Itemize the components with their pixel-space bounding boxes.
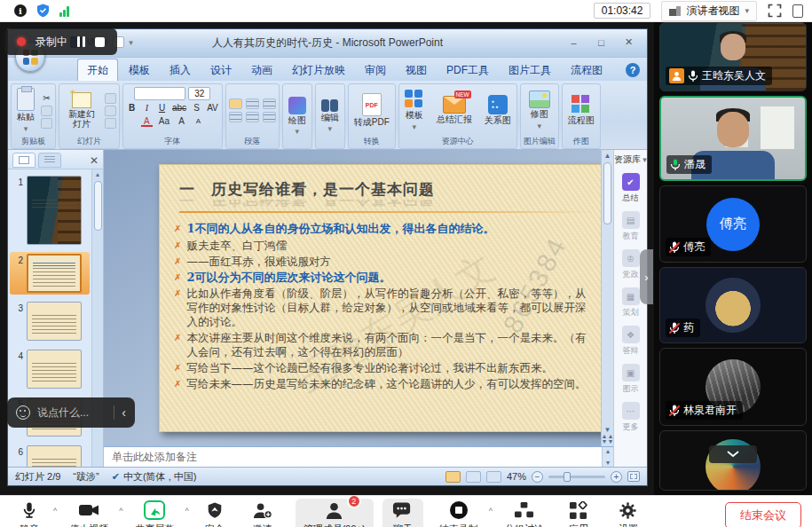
flowchart-button[interactable]: 流程图 <box>565 94 597 127</box>
next-slide-button[interactable]: ▼▼ <box>602 439 614 444</box>
bold-button[interactable]: B <box>126 102 138 114</box>
security-button[interactable]: 安全 <box>194 500 235 527</box>
resource-item-education[interactable]: ▤ 教育 <box>622 211 640 242</box>
settings-button[interactable]: 设置 <box>608 500 649 527</box>
font-size-select[interactable]: 32 <box>188 87 210 100</box>
reset-icon[interactable] <box>105 106 116 116</box>
tab-insert[interactable]: 插入 <box>161 59 200 81</box>
quick-chat-bar[interactable]: 说点什么... ‹ <box>7 397 135 428</box>
sidebar-toggle-icon[interactable] <box>792 4 803 18</box>
tab-design[interactable]: 设计 <box>201 59 240 81</box>
resource-item-defense[interactable]: ❖ 答辩 <box>622 326 640 357</box>
slide-scrollbar[interactable]: ▲ ▼ ▲▲ ▼▼ <box>601 150 613 446</box>
share-options-icon[interactable]: ^ <box>185 507 188 515</box>
mic-options-icon[interactable]: ^ <box>53 507 57 515</box>
breakout-rooms-button[interactable]: 分组讨论 <box>498 500 551 527</box>
relation-diagram-button[interactable]: 关系图 <box>482 94 514 127</box>
format-painter-icon[interactable] <box>41 118 52 129</box>
bullets-icon[interactable] <box>229 98 242 109</box>
slides-tab[interactable] <box>12 153 35 168</box>
notes-area[interactable]: 单击此处添加备注 ▲▼ <box>104 446 613 467</box>
slide-canvas[interactable]: 一 历史写给谁看，是一个基本问题 一 历史写给谁看，是一个基本问题 ✗ 1不同的… <box>104 150 601 446</box>
scroll-up-icon[interactable]: ▲ <box>604 152 611 160</box>
video-tile-2-active-speaker[interactable]: 潘晟 <box>659 96 807 181</box>
zoom-in-button[interactable]: + <box>611 471 622 483</box>
zoom-out-button[interactable]: − <box>532 471 543 483</box>
resource-item-diagram[interactable]: ▣ 图示 <box>622 364 640 395</box>
summary-report-button[interactable]: NEW 总结汇报 <box>434 95 475 126</box>
end-recording-button[interactable]: 结束录制 <box>432 500 485 527</box>
close-button[interactable]: ✕ <box>618 35 640 50</box>
video-tile-1[interactable]: 王晗东吴人文 <box>659 22 807 91</box>
manage-members-button[interactable]: 2 管理成员(99+) <box>296 499 374 527</box>
convert-pdf-button[interactable]: PDF 转成PDF <box>351 92 392 129</box>
tab-flowchart[interactable]: 流程图 <box>562 59 611 81</box>
draw-button[interactable]: 绘图 ▾ <box>286 96 309 138</box>
tab-review[interactable]: 审阅 <box>356 59 395 81</box>
end-meeting-button[interactable]: 结束会议 <box>725 502 801 527</box>
pause-recording-button[interactable] <box>77 36 85 47</box>
video-tile-6[interactable] <box>659 430 807 491</box>
tab-template[interactable]: 模板 <box>120 59 159 81</box>
network-signal-icon[interactable] <box>59 5 69 17</box>
qat-more-icon[interactable]: ▾ <box>129 38 133 47</box>
slide-sorter-button[interactable] <box>466 471 481 483</box>
panel-collapse-handle[interactable]: › <box>640 249 653 304</box>
delete-slide-icon[interactable] <box>105 118 116 129</box>
video-tile-3[interactable]: 傅亮 傅亮 <box>659 185 807 263</box>
paste-button[interactable]: 粘贴 ▾ <box>14 87 37 134</box>
mute-button[interactable]: 静音 <box>9 500 50 527</box>
recording-options-icon[interactable]: ^ <box>489 507 493 515</box>
notes-scrollbar[interactable]: ▲▼ <box>602 447 613 467</box>
fit-to-window-button[interactable] <box>627 471 640 482</box>
copy-icon[interactable] <box>41 106 52 116</box>
collapse-chat-icon[interactable]: ‹ <box>122 406 126 419</box>
cut-icon[interactable]: ✂ <box>41 92 52 104</box>
grow-font-button[interactable]: A <box>176 115 187 127</box>
font-name-select[interactable] <box>134 87 185 100</box>
shrink-font-button[interactable]: A <box>193 115 204 127</box>
align-center-icon[interactable] <box>246 112 259 122</box>
resource-item-planning[interactable]: ▦ 策划 <box>622 287 640 319</box>
slide-thumbnail-6[interactable]: 6 <box>10 444 90 467</box>
collapse-tiles-button[interactable] <box>709 445 757 463</box>
normal-view-button[interactable] <box>445 471 461 483</box>
view-mode-button[interactable]: 演讲者视图 ▾ <box>661 1 757 21</box>
close-pane-icon[interactable]: ✕ <box>90 155 99 166</box>
italic-button[interactable]: I <box>141 102 153 114</box>
slide-thumbnail-4[interactable]: 4 <box>10 348 90 390</box>
slide-thumbnail-3[interactable]: 3 <box>10 300 90 342</box>
align-left-icon[interactable] <box>229 112 242 122</box>
font-color-button[interactable]: A <box>141 115 153 127</box>
chat-button[interactable]: 聊天 <box>382 499 423 527</box>
chat-input-placeholder[interactable]: 说点什么... <box>37 405 89 421</box>
tab-picture-tools[interactable]: 图片工具 <box>500 59 560 81</box>
apps-button[interactable]: 应用 <box>558 500 599 527</box>
tab-slideshow[interactable]: 幻灯片放映 <box>283 59 354 81</box>
current-slide[interactable]: 一 历史写给谁看，是一个基本问题 一 历史写给谁看，是一个基本问题 ✗ 1不同的… <box>159 164 601 432</box>
columns-icon[interactable] <box>263 112 276 122</box>
stop-recording-button[interactable] <box>95 37 105 47</box>
new-slide-button[interactable]: 新建幻灯片 <box>62 91 101 130</box>
scroll-up-icon[interactable]: ▲ <box>95 171 101 177</box>
template-button[interactable]: 模板 ▾ <box>402 89 427 132</box>
help-icon[interactable]: ? <box>626 63 640 77</box>
tab-pdf-tools[interactable]: PDF工具 <box>438 59 498 81</box>
slide-thumbnail-1[interactable]: 1 <box>10 174 90 247</box>
spell-check-icon[interactable]: ✔ <box>112 471 120 483</box>
resource-item-more[interactable]: ⋯ 更多 <box>622 402 640 433</box>
resource-item-summary[interactable]: ✔ 总结 <box>622 173 640 204</box>
slide-thumbnail-2-selected[interactable]: 2 <box>10 252 90 295</box>
layout-icon[interactable] <box>105 93 116 104</box>
camera-options-icon[interactable]: ^ <box>119 507 122 515</box>
tab-home[interactable]: 开始 <box>77 59 118 81</box>
meeting-info-icon[interactable]: i <box>14 4 27 17</box>
underline-button[interactable]: U <box>156 102 168 114</box>
stop-video-button[interactable]: 停止视频 <box>62 500 115 527</box>
video-tile-5[interactable]: 林泉君南开 <box>659 348 807 426</box>
resource-item-party[interactable]: ♔ 党政 <box>622 249 640 280</box>
invite-button[interactable]: 邀请 <box>242 500 283 527</box>
retouch-button[interactable]: 修图 ▾ <box>526 90 553 131</box>
maximize-button[interactable]: □ <box>590 35 612 50</box>
char-spacing-button[interactable]: AV <box>206 102 219 114</box>
